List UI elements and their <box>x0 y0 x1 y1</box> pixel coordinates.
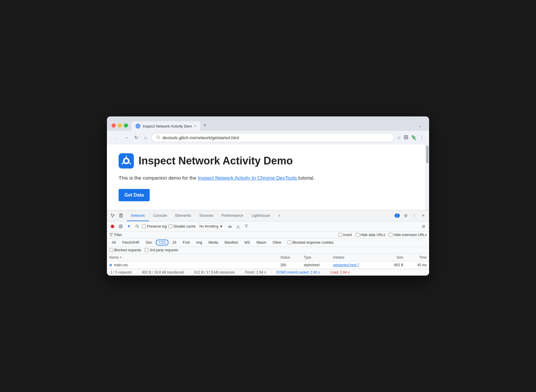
table-row[interactable]: ▣ main.css 200 stylesheet getstarted.htm… <box>107 262 429 269</box>
hide-data-urls-input[interactable] <box>356 233 359 237</box>
browser-menu-button[interactable]: ⋮ <box>419 135 424 141</box>
tab-performance[interactable]: Performance <box>217 210 247 221</box>
forward-button[interactable]: → <box>122 134 130 142</box>
devtools-top-actions: ⚙ ⋮ × <box>402 212 427 219</box>
hide-ext-urls-checkbox[interactable]: Hide extension URLs <box>389 233 427 237</box>
row-initiator[interactable]: getstarted.html:7 <box>333 263 380 267</box>
home-button[interactable]: ⌂ <box>142 134 149 142</box>
preserve-log-input[interactable] <box>142 224 146 228</box>
network-conditions-icon[interactable] <box>227 223 233 230</box>
blocked-requests-bar: Blocked requests 3rd-party requests <box>107 247 429 254</box>
export-har-icon[interactable] <box>243 223 250 230</box>
type-btn-other[interactable]: Other <box>270 240 284 245</box>
tab-sources[interactable]: Sources <box>195 210 218 221</box>
hide-data-urls-checkbox[interactable]: Hide data URLs <box>356 233 385 237</box>
active-tab[interactable]: Inspect Network Activity Dem × <box>132 121 200 131</box>
svg-rect-12 <box>120 214 122 216</box>
bookmark-button[interactable]: ☆ <box>397 135 401 140</box>
url-text: devtools.glitch.me/network/getstarted.ht… <box>163 135 390 140</box>
blocked-response-cookies-checkbox[interactable]: Blocked response cookies <box>288 240 333 245</box>
type-btn-img[interactable]: Img <box>194 240 205 245</box>
tab-elements[interactable]: Elements <box>171 210 195 221</box>
invert-input[interactable] <box>338 233 342 237</box>
clear-button[interactable] <box>117 223 124 230</box>
type-btn-all[interactable]: All <box>109 240 118 245</box>
row-size: 802 B <box>380 263 403 267</box>
tab-favicon <box>136 124 140 128</box>
devtools-tabs-bar: Network Console Elements Sources Perform… <box>107 210 429 221</box>
third-party-requests-input[interactable] <box>145 248 148 252</box>
devtools-link[interactable]: Inspect Network Activity In Chrome DevTo… <box>198 175 298 181</box>
type-btn-wasm[interactable]: Wasm <box>254 240 269 245</box>
new-tab-button[interactable]: + <box>200 120 209 131</box>
inspect-element-icon[interactable] <box>109 212 116 219</box>
svg-line-19 <box>138 227 139 228</box>
devtools-panel: Network Console Elements Sources Perform… <box>107 210 429 276</box>
col-header-type[interactable]: Type <box>304 255 333 259</box>
col-header-initiator[interactable]: Initiator <box>333 255 380 259</box>
back-button[interactable]: ← <box>112 134 120 142</box>
tab-list-button[interactable]: ⌄ <box>416 121 424 130</box>
tab-network[interactable]: Network <box>127 210 149 221</box>
col-header-time[interactable]: Time <box>403 255 427 259</box>
svg-point-1 <box>137 125 139 127</box>
type-btn-font[interactable]: Font <box>180 240 192 245</box>
refresh-button[interactable]: ↻ <box>133 134 140 142</box>
tab-close-button[interactable]: × <box>194 124 196 128</box>
svg-point-7 <box>124 159 128 163</box>
blocked-requests-input[interactable] <box>109 248 113 252</box>
col-header-size[interactable]: Size <box>380 255 403 259</box>
css-file-icon: ▣ <box>109 263 112 267</box>
preserve-log-checkbox[interactable]: Preserve log <box>142 224 167 228</box>
type-btn-manifest[interactable]: Manifest <box>222 240 240 245</box>
maximize-button[interactable] <box>124 123 128 128</box>
address-actions: ☆ 🦎 <box>397 135 417 141</box>
blocked-requests-checkbox[interactable]: Blocked requests <box>109 248 141 252</box>
traffic-lights <box>112 123 128 128</box>
col-header-status[interactable]: Status <box>280 255 304 259</box>
search-button[interactable] <box>134 223 140 230</box>
disable-cache-checkbox[interactable]: Disable cache <box>168 224 195 228</box>
invert-checkbox[interactable]: Invert <box>338 233 352 237</box>
disable-cache-input[interactable] <box>168 224 172 228</box>
tab-console[interactable]: Console <box>149 210 171 221</box>
device-toolbar-icon[interactable] <box>117 212 124 219</box>
subtitle-post: tutorial. <box>298 175 315 181</box>
status-finish: Finish: 2.94 s <box>245 270 266 274</box>
chrome-logo <box>119 153 134 169</box>
address-input[interactable]: devtools.glitch.me/network/getstarted.ht… <box>151 133 395 142</box>
blocked-response-cookies-input[interactable] <box>288 240 291 244</box>
tab-more[interactable]: » <box>274 210 284 221</box>
type-btn-media[interactable]: Media <box>206 240 221 245</box>
close-button[interactable] <box>112 123 116 128</box>
col-header-name[interactable]: Name ▾ <box>109 255 280 259</box>
scroll-thumb[interactable] <box>426 146 429 163</box>
type-btn-ws[interactable]: WS <box>242 240 252 245</box>
svg-point-2 <box>157 136 159 138</box>
throttle-selector[interactable]: No throttling ▼ <box>197 223 225 229</box>
devtools-more-icon[interactable]: ⋮ <box>411 212 418 219</box>
type-btn-doc[interactable]: Doc <box>143 240 155 245</box>
type-btn-fetchxhr[interactable]: Fetch/XHR <box>120 240 142 245</box>
extension-button[interactable] <box>403 135 409 141</box>
third-party-requests-checkbox[interactable]: 3rd-party requests <box>145 248 178 252</box>
status-resources: 612 B / 17.5 kB resources <box>194 270 235 274</box>
import-har-icon[interactable] <box>235 223 241 230</box>
hide-ext-urls-input[interactable] <box>389 233 392 237</box>
minimize-button[interactable] <box>118 123 122 128</box>
network-settings-icon[interactable]: ⚙ <box>420 223 427 230</box>
tab-lighthouse[interactable]: Lighthouse <box>247 210 274 221</box>
type-btn-js[interactable]: JS <box>170 240 179 245</box>
record-button[interactable] <box>109 223 116 230</box>
get-data-button[interactable]: Get Data <box>119 189 150 201</box>
type-btn-css[interactable]: CSS <box>156 240 168 245</box>
address-security-icon <box>156 135 160 140</box>
scrollbar[interactable] <box>426 145 429 210</box>
filter-mode-button[interactable]: ▼ <box>126 223 132 230</box>
avatar-button[interactable]: 🦎 <box>411 135 417 140</box>
devtools-close-icon[interactable]: × <box>420 212 427 219</box>
row-type: stylesheet <box>304 263 333 267</box>
subtitle-pre: This is the companion demo for the <box>119 175 198 181</box>
devtools-settings-icon[interactable]: ⚙ <box>402 212 409 219</box>
sort-arrow-icon: ▾ <box>120 256 121 259</box>
